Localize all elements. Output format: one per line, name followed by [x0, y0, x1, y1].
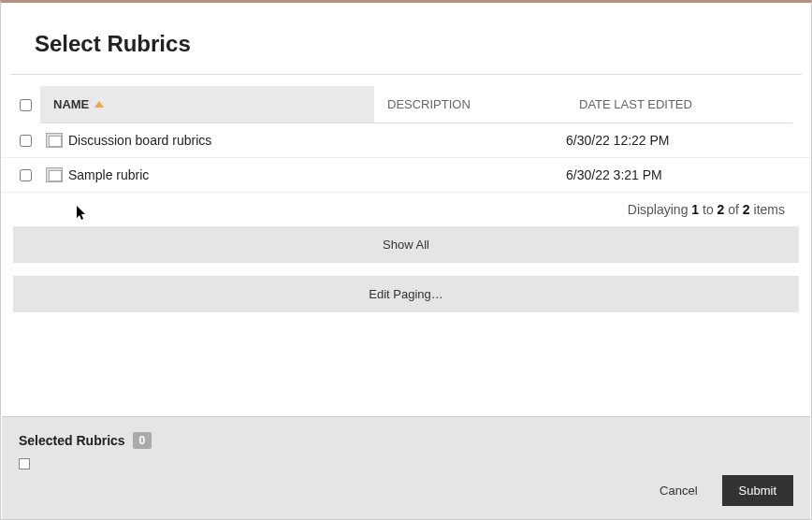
paging-to: to: [699, 202, 717, 217]
select-all-cell: [20, 99, 40, 111]
column-date-label: DATE LAST EDITED: [579, 97, 692, 111]
row-date: 6/30/22 3:21 PM: [566, 167, 792, 182]
row-icon-cell: [40, 167, 66, 182]
edit-paging-button[interactable]: Edit Paging…: [13, 276, 799, 312]
paging-total: 2: [743, 202, 750, 217]
column-header-name[interactable]: NAME: [40, 86, 374, 123]
table-body: Discussion board rubrics 6/30/22 12:22 P…: [1, 123, 811, 193]
submit-button[interactable]: Submit: [722, 475, 793, 506]
select-all-checkbox[interactable]: [20, 99, 32, 111]
divider: [10, 74, 802, 75]
paging-suffix: items: [750, 202, 785, 217]
paging-info: Displaying 1 to 2 of 2 items: [1, 193, 811, 226]
column-header-description[interactable]: DESCRIPTION: [374, 86, 566, 123]
rubric-icon: [46, 133, 63, 148]
paging-of: of: [724, 202, 742, 217]
selected-count-badge: 0: [133, 432, 152, 449]
row-checkbox-cell: [20, 135, 40, 147]
row-checkbox[interactable]: [20, 135, 32, 147]
row-name[interactable]: Sample rubric: [66, 167, 374, 182]
sort-asc-icon: [94, 101, 104, 108]
row-name[interactable]: Discussion board rubrics: [66, 133, 374, 148]
table-header-row: NAME DESCRIPTION DATE LAST EDITED: [1, 86, 811, 123]
table-row: Sample rubric 6/30/22 3:21 PM: [1, 158, 811, 193]
table-row: Discussion board rubrics 6/30/22 12:22 P…: [1, 123, 811, 158]
selected-header: Selected Rubrics 0: [19, 432, 793, 449]
header-columns: NAME DESCRIPTION DATE LAST EDITED: [40, 86, 792, 123]
page-title: Select Rubrics: [1, 3, 811, 74]
row-checkbox[interactable]: [20, 169, 32, 181]
show-all-button[interactable]: Show All: [13, 226, 799, 263]
selected-panel: Selected Rubrics 0 Cancel Submit: [2, 416, 810, 519]
action-buttons: Cancel Submit: [648, 475, 793, 506]
cancel-button[interactable]: Cancel: [648, 476, 708, 505]
rubric-icon: [46, 167, 63, 182]
selected-label: Selected Rubrics: [19, 433, 125, 448]
row-checkbox-cell: [20, 169, 40, 181]
column-description-label: DESCRIPTION: [387, 97, 471, 111]
collapse-toggle[interactable]: [19, 458, 30, 469]
paging-prefix: Displaying: [628, 202, 691, 217]
row-icon-cell: [40, 133, 66, 148]
column-header-date[interactable]: DATE LAST EDITED: [566, 86, 792, 123]
paging-start: 1: [691, 202, 699, 217]
column-name-label: NAME: [53, 97, 89, 111]
row-date: 6/30/22 12:22 PM: [566, 133, 792, 148]
selected-body: [19, 458, 793, 469]
